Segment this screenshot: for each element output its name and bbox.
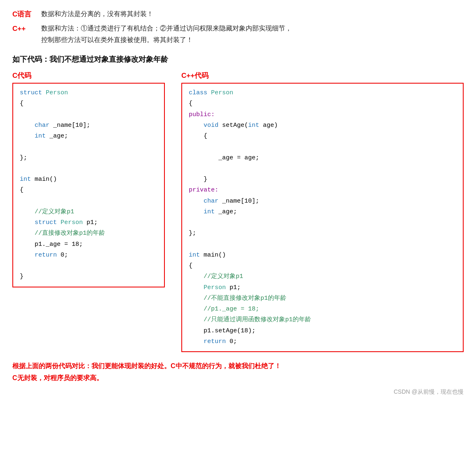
csdn-credit: CSDN @从前慢，现在也慢 (12, 388, 464, 396)
section-heading: 如下代码：我们不想通过对象直接修改对象年龄 (12, 54, 464, 64)
footer-line2: C无封装，对程序员的要求高。 (12, 372, 464, 384)
cpp-language-label: C++ (12, 23, 41, 35)
cpp-code-label: C++代码 (181, 71, 464, 80)
c-intro-text: 数据和方法是分离的，没有将其封装！ (41, 8, 464, 20)
cpp-code-box: class Person { public: void setAge(int a… (181, 83, 464, 352)
code-comparison: C代码 struct Person { char _name[10]; int … (12, 71, 464, 352)
cpp-line1: 数据和方法：①通过类进行了有机结合；②并通过访问权限来隐藏对象内部实现细节， (41, 23, 464, 35)
c-code-box: struct Person { char _name[10]; int _age… (12, 83, 165, 287)
c-code-column: C代码 struct Person { char _name[10]; int … (12, 71, 165, 352)
cpp-line2: 控制那些方法可以在类外直接被使用。将其封装了！ (41, 34, 464, 46)
footer-line1: 根据上面的两份代码对比：我们更能体现封装的好处。C中不规范的行为，就被我们杜绝了… (12, 360, 464, 372)
c-language-label: C语言 (12, 8, 41, 21)
cpp-code-column: C++代码 class Person { public: void setAge… (181, 71, 464, 352)
c-code-label: C代码 (12, 71, 165, 80)
cpp-intro-text: 数据和方法：①通过类进行了有机结合；②并通过访问权限来隐藏对象内部实现细节， 控… (41, 23, 464, 47)
footer-summary: 根据上面的两份代码对比：我们更能体现封装的好处。C中不规范的行为，就被我们杜绝了… (12, 360, 464, 384)
